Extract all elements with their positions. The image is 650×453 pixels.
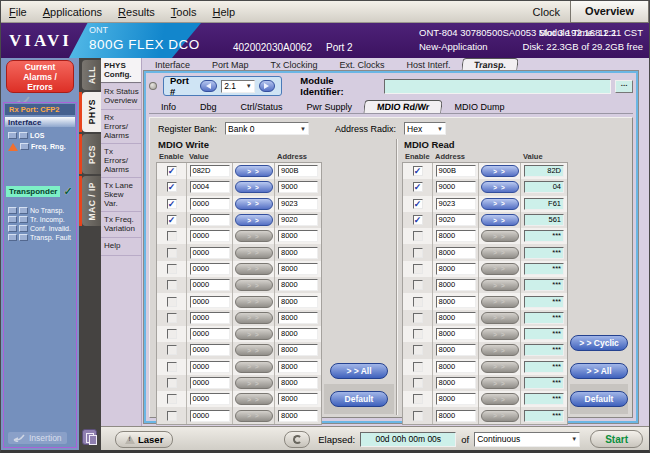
value-field[interactable]: 0000 [190,230,230,242]
transfer-button[interactable]: > > [235,165,273,177]
address-field[interactable]: 8000 [436,344,476,356]
value-field[interactable]: *** [524,393,564,405]
enable-checkbox[interactable] [167,362,177,372]
menu-results[interactable]: Results [110,4,163,20]
transfer-button[interactable]: > > [481,296,519,308]
transfer-button[interactable]: > > [481,230,519,242]
transfer-button[interactable]: > > [481,328,519,340]
value-field[interactable]: 0000 [190,361,230,373]
transfer-button[interactable]: > > [481,344,519,356]
reset-timer-button[interactable] [284,431,310,448]
tab-port-map[interactable]: Port Map [201,59,260,71]
enable-checkbox[interactable]: ✓ [413,166,423,176]
value-field[interactable]: 0000 [190,198,230,210]
nav-item-phys-config[interactable]: PHYS Config. [101,58,141,84]
group-tab-mac-ip[interactable]: MAC / IP [79,176,101,226]
address-field[interactable]: 900B [436,165,476,177]
address-field[interactable]: 8000 [278,410,318,422]
value-field[interactable]: F61 [524,198,564,210]
enable-checkbox[interactable] [167,345,177,355]
value-field[interactable]: *** [524,279,564,291]
transfer-button[interactable]: > > [235,361,273,373]
address-field[interactable]: 8000 [436,230,476,242]
read-cyclic-button[interactable]: > > Cyclic [570,335,628,351]
transfer-button[interactable]: > > [235,263,273,275]
read-default-button[interactable]: Default [570,391,628,407]
address-field[interactable]: 8000 [436,377,476,389]
enable-checkbox[interactable] [167,378,177,388]
value-field[interactable]: 0000 [190,296,230,308]
address-field[interactable]: 8000 [278,312,318,324]
value-field[interactable]: *** [524,410,564,422]
start-button[interactable]: Start [590,430,643,448]
enable-checkbox[interactable] [413,362,423,372]
enable-checkbox[interactable]: ✓ [413,215,423,225]
enable-checkbox[interactable] [413,231,423,241]
transfer-button[interactable]: > > [235,247,273,259]
duration-select[interactable]: Continuous▼ [474,432,580,447]
group-tab-all[interactable]: ALL [79,60,101,90]
enable-checkbox[interactable] [413,394,423,404]
enable-checkbox[interactable] [167,248,177,258]
menu-help[interactable]: Help [204,4,243,20]
enable-checkbox[interactable]: ✓ [167,182,177,192]
transfer-button[interactable]: > > [481,393,519,405]
value-field[interactable]: 0000 [190,377,230,389]
group-tab-pcs[interactable]: PCS [79,134,101,174]
address-field[interactable]: 8000 [436,296,476,308]
value-field[interactable]: 0000 [190,279,230,291]
tab-mdio-dump[interactable]: MDIO Dump [442,101,516,113]
write-all-button[interactable]: > > All [330,363,388,379]
copy-icon[interactable] [82,429,97,445]
value-field[interactable]: *** [524,263,564,275]
transfer-button[interactable]: > > [481,247,519,259]
transfer-button[interactable]: > > [481,279,519,291]
transfer-button[interactable]: > > [481,312,519,324]
enable-checkbox[interactable] [413,264,423,274]
enable-checkbox[interactable] [413,313,423,323]
address-field[interactable]: 8000 [278,296,318,308]
address-field[interactable]: 8000 [436,247,476,259]
enable-checkbox[interactable] [167,313,177,323]
enable-checkbox[interactable] [413,248,423,258]
address-field[interactable]: 8000 [436,312,476,324]
enable-checkbox[interactable] [413,297,423,307]
more-button[interactable]: ... [615,80,633,93]
menu-applications[interactable]: Applications [35,4,110,20]
address-field[interactable]: 8000 [278,279,318,291]
group-tab-phys[interactable]: PHYS [79,92,101,132]
enable-checkbox[interactable] [167,231,177,241]
address-field[interactable]: 8000 [436,263,476,275]
value-field[interactable]: *** [524,312,564,324]
insertion-control[interactable]: Insertion [8,432,67,444]
register-bank-select[interactable]: Bank 0▼ [225,122,309,135]
transfer-button[interactable]: > > [235,214,273,226]
nav-item-tx-freq-variation[interactable]: Tx Freq. Variation [101,212,141,238]
value-field[interactable]: 0000 [190,263,230,275]
nav-item-help[interactable]: Help [101,238,141,256]
transfer-button[interactable]: > > [235,296,273,308]
transfer-button[interactable]: > > [481,181,519,193]
address-field[interactable]: 8000 [278,361,318,373]
enable-checkbox[interactable] [167,280,177,290]
value-field[interactable]: 0000 [190,247,230,259]
transfer-button[interactable]: > > [235,230,273,242]
value-field[interactable]: *** [524,247,564,259]
transfer-button[interactable]: > > [481,263,519,275]
address-field[interactable]: 8000 [278,247,318,259]
address-field[interactable]: 9023 [436,198,476,210]
current-alarms-button[interactable]: Current Alarms / Errors [6,60,74,93]
tab-pwr-supply[interactable]: Pwr Supply [295,101,365,113]
transfer-button[interactable]: > > [481,361,519,373]
write-default-button[interactable]: Default [330,391,388,407]
transfer-button[interactable]: > > [235,377,273,389]
enable-checkbox[interactable] [413,378,423,388]
value-field[interactable]: 0000 [190,312,230,324]
address-field[interactable]: 8000 [278,344,318,356]
value-field[interactable]: 0000 [190,410,230,422]
enable-checkbox[interactable] [413,411,423,421]
enable-checkbox[interactable] [167,329,177,339]
nav-item-tx-lane-skew[interactable]: Tx Lane Skew Var. [101,178,141,212]
address-field[interactable]: 9023 [278,198,318,210]
address-radix-select[interactable]: Hex▼ [404,122,446,135]
